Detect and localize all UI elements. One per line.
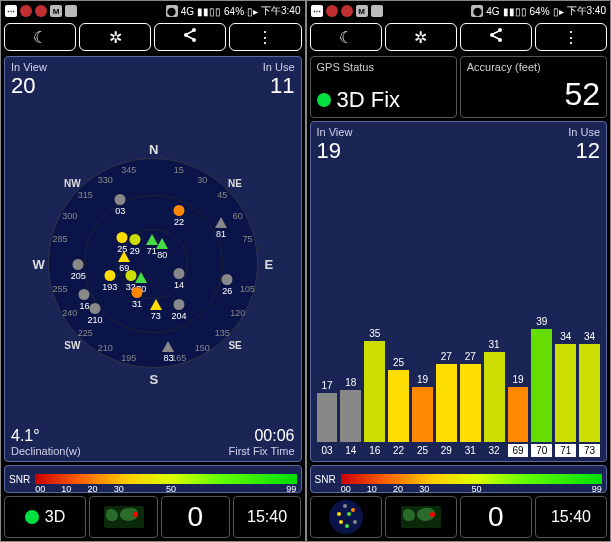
snr-gradient: 001020305099 xyxy=(35,474,297,484)
sky-view-panel[interactable]: In View 20 In Use 11 NNEESESSWWNW1530456… xyxy=(4,56,302,462)
fix-status-box[interactable]: 3D xyxy=(4,496,86,538)
overflow-menu-button[interactable]: ⋮ xyxy=(535,23,607,51)
gps-status-label: GPS Status xyxy=(317,61,450,73)
bar-value: 17 xyxy=(321,380,332,391)
notif-icon xyxy=(65,5,77,17)
battery-percent: 64% xyxy=(224,6,244,17)
bar-id: 25 xyxy=(412,444,433,457)
radar-thumb-box[interactable] xyxy=(310,496,382,538)
night-mode-button[interactable]: ☾ xyxy=(4,23,76,51)
snr-bar-71: 3471 xyxy=(555,331,576,457)
compass-n: N xyxy=(149,142,158,157)
share-icon xyxy=(488,27,504,47)
satellite-radar: NNEESESSWWNW1530456075105120135150165195… xyxy=(11,99,295,427)
in-use-label: In Use xyxy=(568,126,600,138)
world-map-icon xyxy=(104,506,144,528)
degree-tick: 75 xyxy=(242,234,252,244)
battery-icon: ▯▸ xyxy=(247,6,258,17)
notif-icon: M xyxy=(50,5,62,17)
speed-box[interactable]: 0 xyxy=(460,496,532,538)
degree-tick: 315 xyxy=(78,190,93,200)
share-button[interactable] xyxy=(460,23,532,51)
bar-value: 35 xyxy=(369,328,380,339)
snr-tick: 50 xyxy=(166,484,176,494)
snr-tick: 10 xyxy=(61,484,71,494)
degree-tick: 30 xyxy=(197,175,207,185)
snr-tick: 10 xyxy=(367,484,377,494)
degree-tick: 15 xyxy=(174,165,184,175)
brightness-button[interactable]: ✲ xyxy=(79,23,151,51)
declination-label: Declination(w) xyxy=(11,445,81,457)
snr-tick: 00 xyxy=(341,484,351,494)
bar-id: 32 xyxy=(484,444,505,457)
bar-id: 70 xyxy=(531,444,552,457)
snr-bar-69: 1969 xyxy=(508,374,529,457)
satellite-03: 03 xyxy=(115,194,126,216)
speed-box[interactable]: 0 xyxy=(161,496,230,538)
time-box[interactable]: 15:40 xyxy=(535,496,607,538)
in-use-count: 11 xyxy=(263,73,295,99)
phone-right: ⋯ M ⬤ 4G ▮▮▯▯ 64% ▯▸ 下午3:40 ☾ ✲ ⋮ GPS St… xyxy=(306,0,612,542)
bar-value: 34 xyxy=(584,331,595,342)
brightness-button[interactable]: ✲ xyxy=(385,23,457,51)
satellite-31: 31 xyxy=(131,287,142,309)
share-button[interactable] xyxy=(154,23,226,51)
fix-label: 3D xyxy=(45,508,65,526)
battery-percent: 64% xyxy=(530,6,550,17)
bar-value: 31 xyxy=(489,339,500,350)
bar xyxy=(508,387,529,442)
overflow-menu-button[interactable]: ⋮ xyxy=(229,23,301,51)
notif-icon: ⋯ xyxy=(311,5,323,17)
fix-led-icon xyxy=(317,93,331,107)
map-box[interactable] xyxy=(385,496,457,538)
fix-led-icon xyxy=(25,510,39,524)
satellite-210: 210 xyxy=(87,303,102,325)
in-view-label: In View xyxy=(11,61,47,73)
time-value: 15:40 xyxy=(247,508,287,526)
signal-icon: ▮▮▯▯ xyxy=(503,6,527,17)
satellite-26: 26 xyxy=(222,274,233,296)
compass-se: SE xyxy=(228,340,241,351)
bar-value: 25 xyxy=(393,357,404,368)
degree-tick: 45 xyxy=(217,190,227,200)
snr-bar-25: 1925 xyxy=(412,374,433,457)
map-box[interactable] xyxy=(89,496,158,538)
compass-nw: NW xyxy=(64,177,81,188)
in-use-count: 12 xyxy=(568,138,600,164)
snr-bar-32: 3132 xyxy=(484,339,505,457)
accuracy-box[interactable]: Accuracy (feet) 52 xyxy=(460,56,607,118)
bar-value: 34 xyxy=(560,331,571,342)
bar xyxy=(340,390,361,442)
bar-value: 19 xyxy=(417,374,428,385)
degree-tick: 225 xyxy=(78,328,93,338)
snr-tick: 30 xyxy=(419,484,429,494)
in-view-label: In View xyxy=(317,126,353,138)
signal-bars-panel[interactable]: In View 19 In Use 12 1703181435162522192… xyxy=(310,121,608,462)
satellite-80: 80 xyxy=(156,238,168,260)
bar-id: 29 xyxy=(436,444,457,457)
share-icon xyxy=(182,27,198,47)
satellite-205: 205 xyxy=(71,259,86,281)
compass-s: S xyxy=(149,372,158,387)
snr-bar-29: 2729 xyxy=(436,351,457,457)
snr-label: SNR xyxy=(9,474,35,485)
snr-bar-73: 3473 xyxy=(579,331,600,457)
notif-icon xyxy=(20,5,32,17)
degree-tick: 285 xyxy=(53,234,68,244)
satellite-29: 29 xyxy=(129,234,140,256)
snr-tick: 30 xyxy=(114,484,124,494)
time-box[interactable]: 15:40 xyxy=(233,496,302,538)
degree-tick: 135 xyxy=(215,328,230,338)
bar-id: 73 xyxy=(579,444,600,457)
night-mode-button[interactable]: ☾ xyxy=(310,23,382,51)
speed-value: 0 xyxy=(488,501,504,533)
gps-status-box[interactable]: GPS Status 3D Fix xyxy=(310,56,457,118)
snr-tick: 20 xyxy=(393,484,403,494)
degree-tick: 345 xyxy=(121,165,136,175)
bar-value: 19 xyxy=(512,374,523,385)
compass-e: E xyxy=(264,257,273,272)
dots-icon: ⋮ xyxy=(257,28,273,47)
gps-status-value: 3D Fix xyxy=(337,87,401,113)
snr-tick: 99 xyxy=(592,484,602,494)
notif-icon xyxy=(341,5,353,17)
